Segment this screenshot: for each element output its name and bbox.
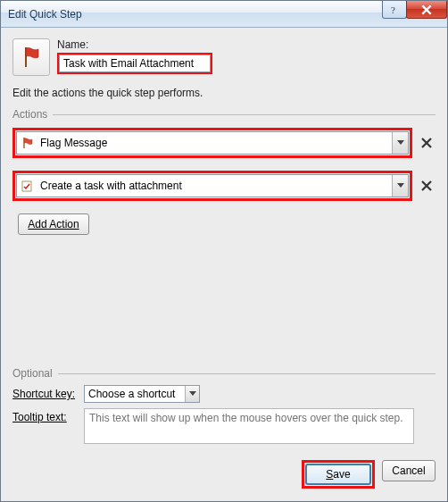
action-row-1: Flag Message <box>12 128 436 158</box>
chevron-down-icon <box>185 386 199 402</box>
dialog-body: Name: Edit the actions the quick step pe… <box>1 28 447 501</box>
task-icon <box>21 180 35 192</box>
action-select-text: Create a task with attachment <box>40 180 392 192</box>
help-button[interactable]: ? <box>382 1 407 19</box>
spacer <box>12 235 436 367</box>
action-highlight-1: Flag Message <box>12 128 412 158</box>
action-highlight-2: Create a task with attachment <box>12 171 412 201</box>
chevron-down-icon <box>392 175 408 197</box>
optional-group-label: Optional <box>12 367 436 380</box>
shortcut-value: Choose a shortcut <box>88 388 175 400</box>
instruction-text: Edit the actions the quick step performs… <box>12 87 436 99</box>
name-section: Name: <box>12 38 436 76</box>
chevron-down-icon <box>392 132 408 154</box>
action-select-text: Flag Message <box>40 137 392 149</box>
window-title: Edit Quick Step <box>8 8 82 21</box>
optional-group-text: Optional <box>12 367 53 380</box>
action-select-flag-message[interactable]: Flag Message <box>16 131 409 155</box>
edit-quick-step-dialog: Edit Quick Step ? Name: <box>0 0 448 502</box>
window-controls: ? <box>383 1 447 21</box>
cancel-button[interactable]: Cancel <box>382 460 436 481</box>
add-action-button[interactable]: Add Action <box>18 213 89 235</box>
add-action-row: Add Action <box>12 213 436 235</box>
divider <box>53 114 436 115</box>
tooltip-row: Tooltip text: <box>12 408 436 444</box>
tooltip-label: Tooltip text: <box>12 408 84 423</box>
action-select-create-task[interactable]: Create a task with attachment <box>16 174 409 197</box>
shortcut-row: Shortcut key: Choose a shortcut <box>12 385 436 403</box>
shortcut-select[interactable]: Choose a shortcut <box>84 385 200 403</box>
save-highlight: Save <box>302 460 375 489</box>
name-label: Name: <box>57 38 436 51</box>
actions-group-label: Actions <box>12 108 436 121</box>
action-row-2: Create a task with attachment <box>12 171 436 201</box>
titlebar: Edit Quick Step ? <box>1 1 447 28</box>
tooltip-input[interactable] <box>84 408 414 444</box>
flag-icon <box>21 137 35 149</box>
add-action-label: Add Action <box>28 218 79 230</box>
divider <box>58 373 436 374</box>
actions-group-text: Actions <box>12 108 47 121</box>
shortcut-label: Shortcut key: <box>12 385 84 400</box>
save-button[interactable]: Save <box>305 464 371 485</box>
dialog-footer: Save Cancel <box>12 460 436 492</box>
svg-rect-1 <box>22 181 31 191</box>
delete-action-button-1[interactable] <box>418 134 436 152</box>
name-highlight <box>57 53 212 74</box>
quick-step-icon-button[interactable] <box>12 38 50 76</box>
name-input[interactable] <box>59 54 211 72</box>
svg-text:?: ? <box>391 4 395 15</box>
delete-action-button-2[interactable] <box>418 177 436 195</box>
close-button[interactable] <box>406 1 447 19</box>
